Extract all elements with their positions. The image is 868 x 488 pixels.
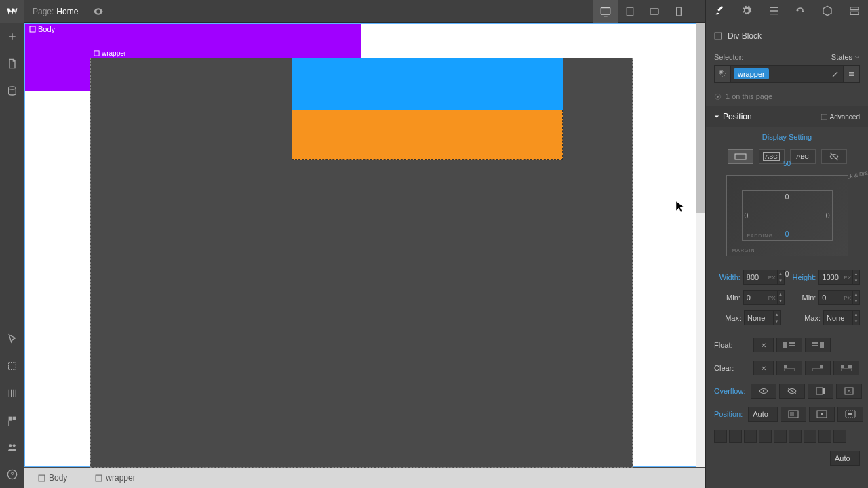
overflow-visible[interactable] xyxy=(751,384,776,399)
svg-rect-3 xyxy=(676,7,681,16)
help-button[interactable]: ? xyxy=(0,461,24,488)
align-bc[interactable] xyxy=(818,430,831,443)
align-buttons xyxy=(706,426,868,447)
device-tablet-landscape[interactable] xyxy=(642,0,667,23)
device-tablet[interactable] xyxy=(618,0,642,23)
float-left[interactable] xyxy=(776,338,802,352)
svg-rect-6 xyxy=(850,12,859,14)
element-wrapper[interactable]: wrapper xyxy=(90,58,633,468)
display-setting-link[interactable]: Display Setting xyxy=(706,127,868,146)
selector-add[interactable] xyxy=(715,66,731,82)
align-tr[interactable] xyxy=(744,430,757,443)
align-mc[interactable] xyxy=(774,430,787,443)
add-button[interactable] xyxy=(0,23,24,50)
canvas-body[interactable]: Body wrapper xyxy=(24,23,703,467)
display-inline-block[interactable]: ABC xyxy=(759,149,785,164)
device-desktop[interactable] xyxy=(593,0,618,23)
box-model[interactable]: Click & Drag 50 auto auto 0 0 0 0 MARGIN… xyxy=(706,171,868,267)
float-label: Float: xyxy=(714,341,748,349)
tool-guides[interactable] xyxy=(0,380,24,407)
device-phone[interactable] xyxy=(667,0,691,23)
position-fixed[interactable] xyxy=(837,407,863,422)
canvas-scrollbar[interactable] xyxy=(696,23,705,467)
panel-tabs xyxy=(705,0,868,23)
selector-section: Selector: States wrapper xyxy=(706,49,868,87)
scrollbar-thumb[interactable] xyxy=(696,23,705,213)
overflow-hidden[interactable] xyxy=(779,384,805,399)
tool-marquee[interactable] xyxy=(0,352,24,380)
float-none[interactable]: ✕ xyxy=(753,338,774,352)
block-icon xyxy=(734,153,747,160)
min-height-field[interactable]: PX▲▼ xyxy=(818,290,860,305)
preview-button[interactable] xyxy=(86,0,111,23)
scroll-icon xyxy=(816,387,825,395)
display-none[interactable] xyxy=(821,149,847,164)
overflow-scroll[interactable] xyxy=(808,384,833,399)
margin-top[interactable]: 50 xyxy=(783,160,791,167)
svg-point-39 xyxy=(763,390,764,392)
display-inline[interactable]: ABC xyxy=(790,149,816,164)
breadcrumb-wrapper[interactable]: wrapper xyxy=(90,468,149,487)
svg-point-12 xyxy=(9,444,12,447)
selector-edit[interactable] xyxy=(827,66,843,82)
clear-none[interactable]: ✕ xyxy=(753,361,774,375)
clear-right[interactable] xyxy=(805,361,831,375)
element-type-row: Div Block xyxy=(706,23,868,49)
svg-rect-29 xyxy=(820,342,824,348)
element-orange-box[interactable] xyxy=(292,110,563,160)
align-ml[interactable] xyxy=(759,430,772,443)
page-selector[interactable]: Page: Home xyxy=(24,7,86,16)
clear-both[interactable] xyxy=(833,361,859,375)
height-field[interactable]: PX▲▼ xyxy=(818,270,860,285)
states-dropdown[interactable]: States xyxy=(831,53,860,61)
svg-rect-36 xyxy=(841,365,844,368)
svg-point-47 xyxy=(821,413,823,415)
cms-button[interactable] xyxy=(0,77,24,104)
breadcrumb-body[interactable]: Body xyxy=(33,468,81,487)
position-auto[interactable]: Auto xyxy=(748,407,778,422)
position-relative[interactable] xyxy=(781,407,806,422)
interactions-icon xyxy=(795,5,806,16)
align-mr[interactable] xyxy=(789,430,802,443)
float-right[interactable] xyxy=(805,338,831,352)
tab-settings[interactable] xyxy=(741,5,752,18)
breadcrumb-bar: Body wrapper xyxy=(24,468,705,488)
element-blue-box[interactable] xyxy=(292,58,563,110)
tab-backups[interactable] xyxy=(849,5,860,18)
svg-rect-8 xyxy=(9,363,16,370)
align-tl[interactable] xyxy=(714,430,727,443)
tab-assets[interactable] xyxy=(822,5,833,18)
clear-left[interactable] xyxy=(776,361,802,375)
overflow-auto[interactable]: A xyxy=(836,384,862,399)
selector-tag[interactable]: wrapper xyxy=(734,68,769,79)
align-tc[interactable] xyxy=(729,430,742,443)
width-field[interactable]: PX▲▼ xyxy=(743,270,785,285)
tool-select[interactable] xyxy=(0,325,24,352)
display-block[interactable] xyxy=(728,149,753,164)
tab-navigator[interactable] xyxy=(768,5,779,18)
position-accordion[interactable]: Position Advanced xyxy=(706,106,868,127)
min-width-field[interactable]: PX▲▼ xyxy=(743,290,785,305)
guides-icon xyxy=(7,388,18,399)
tab-interactions[interactable] xyxy=(795,5,806,18)
app-logo[interactable] xyxy=(0,0,24,23)
position-value-field[interactable]: Auto xyxy=(830,451,860,466)
advanced-toggle[interactable]: Advanced xyxy=(821,113,860,121)
page-icon xyxy=(7,58,18,69)
canvas[interactable]: Body wrapper xyxy=(24,23,705,467)
align-br[interactable] xyxy=(833,430,846,443)
max-height-field[interactable]: ▲▼ xyxy=(823,310,860,325)
svg-rect-38 xyxy=(841,369,852,371)
align-bl[interactable] xyxy=(804,430,816,443)
selector-menu[interactable] xyxy=(843,66,859,82)
position-absolute[interactable] xyxy=(809,407,835,422)
tool-collab[interactable] xyxy=(0,434,24,461)
tab-style[interactable] xyxy=(714,5,725,18)
svg-rect-10 xyxy=(13,417,16,420)
selector-field[interactable]: wrapper xyxy=(714,65,860,83)
tool-grid[interactable] xyxy=(0,407,24,434)
max-width-field[interactable]: ▲▼ xyxy=(744,310,781,325)
margin-bottom[interactable]: 0 xyxy=(785,270,789,278)
float-left-icon xyxy=(783,342,795,348)
pages-button[interactable] xyxy=(0,50,24,77)
